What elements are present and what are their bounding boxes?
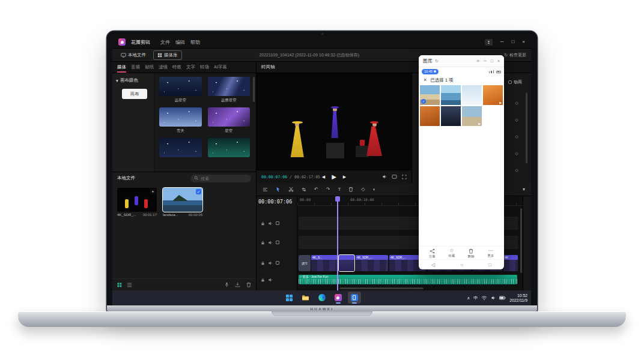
fullscreen-icon[interactable] bbox=[402, 175, 407, 179]
search-box[interactable] bbox=[190, 175, 251, 182]
tab-audio[interactable]: 音频 bbox=[131, 62, 140, 73]
timeline-horizontal-scrollbar[interactable] bbox=[339, 287, 424, 289]
delete-button[interactable]: 删除 bbox=[468, 248, 475, 259]
ime-indicator[interactable]: 中 bbox=[473, 295, 478, 301]
timeline-vertical-scrollbar[interactable] bbox=[520, 208, 522, 273]
video-clip[interactable]: 4K_SDR_... bbox=[356, 255, 388, 271]
wifi-icon[interactable] bbox=[481, 296, 487, 301]
video-clip[interactable]: 4K bbox=[503, 255, 518, 271]
collapse-panel-icon[interactable]: ▾ bbox=[523, 187, 525, 192]
search-input[interactable] bbox=[201, 176, 248, 181]
select-tool-icon[interactable] bbox=[276, 187, 281, 192]
media-item[interactable] bbox=[159, 138, 202, 157]
nav-recents-icon[interactable]: □ bbox=[488, 262, 491, 268]
local-files-button[interactable]: 本地文件 bbox=[117, 51, 150, 59]
canvas-color-group[interactable]: ▾ 画布颜色 bbox=[116, 77, 150, 83]
split-scissors-icon[interactable] bbox=[288, 187, 294, 192]
mute-icon[interactable] bbox=[268, 241, 273, 245]
rotate-icon[interactable]: ↻ bbox=[435, 59, 439, 64]
canvas-swatch[interactable]: 画布 bbox=[122, 89, 147, 99]
menu-help[interactable]: 帮助 bbox=[190, 39, 200, 46]
check-update-button[interactable]: ↻ 检查更新 bbox=[504, 52, 526, 58]
animation-section[interactable]: 动画 bbox=[508, 79, 522, 85]
keyframe-icon[interactable]: ◇ bbox=[515, 168, 518, 172]
crop-icon[interactable] bbox=[302, 187, 306, 192]
nav-back-icon[interactable]: ◁ bbox=[431, 262, 435, 268]
volume-tray-icon[interactable] bbox=[491, 296, 496, 300]
lock-icon[interactable] bbox=[261, 278, 265, 282]
video-clip-selected[interactable] bbox=[339, 255, 354, 271]
media-item[interactable]: 雪天 bbox=[159, 107, 202, 134]
share-button[interactable]: 分享 bbox=[429, 248, 436, 259]
media-item[interactable]: 远景星空 bbox=[208, 77, 251, 103]
delete-clip-icon[interactable] bbox=[348, 187, 353, 192]
clock[interactable]: 10:52 2022/11/9 bbox=[509, 293, 527, 303]
microphone-icon[interactable] bbox=[225, 282, 229, 287]
menu-edit[interactable]: 编辑 bbox=[175, 39, 185, 46]
minimize-button[interactable]: ─ bbox=[500, 40, 504, 44]
phone-maximize-button[interactable]: □ bbox=[491, 59, 493, 63]
tab-ai-caption[interactable]: AI字幕 bbox=[214, 62, 227, 73]
properties-scrollbar[interactable] bbox=[526, 92, 527, 163]
photo-tile[interactable] bbox=[441, 85, 461, 105]
lock-icon[interactable] bbox=[261, 261, 265, 265]
hide-track-icon[interactable] bbox=[276, 261, 279, 265]
photo-tile[interactable] bbox=[462, 85, 482, 105]
media-item[interactable] bbox=[208, 138, 251, 157]
next-frame-button[interactable]: ▶ bbox=[343, 175, 346, 179]
hide-track-icon[interactable] bbox=[276, 221, 279, 225]
photo-tile[interactable]: ▶ bbox=[483, 85, 503, 105]
undo-icon[interactable]: ↶ bbox=[314, 187, 318, 192]
phone-window-titlebar[interactable]: 图库 ↻ ≡ ─ □ × bbox=[419, 55, 504, 67]
close-button[interactable]: × bbox=[522, 40, 525, 44]
media-grid-scrollbar[interactable] bbox=[253, 77, 255, 102]
phone-menu-icon[interactable]: ≡ bbox=[477, 59, 479, 63]
file-explorer-button[interactable] bbox=[299, 292, 312, 304]
keyframe-icon[interactable]: ◇ bbox=[515, 101, 518, 105]
media-item[interactable]: 星空 bbox=[208, 107, 251, 134]
exit-selection-icon[interactable]: × bbox=[424, 77, 427, 83]
keyframe-icon[interactable]: ◇ bbox=[515, 118, 518, 122]
music-clip[interactable]: ♪ 音乐 - Just For Fun bbox=[299, 275, 517, 284]
more-button[interactable]: ⋯ 更多 bbox=[487, 248, 494, 259]
mute-icon[interactable] bbox=[268, 261, 273, 265]
tab-sticker[interactable]: 贴纸 bbox=[145, 62, 154, 73]
keyframe-icon[interactable]: ◇ bbox=[515, 134, 518, 139]
edge-browser-button[interactable] bbox=[315, 292, 329, 304]
adjustment-clip[interactable]: 调节 bbox=[299, 255, 311, 271]
nav-home-icon[interactable]: ○ bbox=[460, 262, 463, 268]
phone-minimize-button[interactable]: ─ bbox=[484, 59, 487, 63]
mute-icon[interactable] bbox=[268, 221, 273, 226]
import-icon[interactable] bbox=[235, 282, 240, 287]
track-manager-icon[interactable] bbox=[263, 187, 268, 192]
delete-icon[interactable] bbox=[246, 282, 251, 287]
keyframe-tool-icon[interactable]: ◇ bbox=[361, 187, 365, 192]
volume-icon[interactable] bbox=[382, 175, 387, 179]
playhead-handle[interactable] bbox=[335, 196, 340, 202]
grid-view-icon[interactable] bbox=[117, 283, 122, 287]
playhead[interactable] bbox=[337, 196, 338, 290]
menu-file[interactable]: 文件 bbox=[160, 39, 170, 46]
export-icon[interactable]: ↥ bbox=[485, 39, 493, 46]
keyframe-icon[interactable]: ◇ bbox=[515, 151, 518, 155]
battery-tray-icon[interactable] bbox=[499, 296, 506, 300]
play-button[interactable]: ▶ bbox=[332, 173, 336, 180]
local-file-item[interactable]: + 4K_SDR_... 00:01:17 bbox=[117, 188, 157, 275]
local-file-item[interactable]: ✓ landsca... 00:00:05 bbox=[163, 188, 202, 275]
aspect-ratio-icon[interactable] bbox=[392, 175, 397, 179]
photo-tile[interactable] bbox=[441, 106, 461, 126]
video-clip[interactable]: 4K_S... bbox=[311, 255, 338, 271]
tray-chevron-icon[interactable]: ∧ bbox=[467, 296, 470, 301]
start-button[interactable] bbox=[283, 292, 296, 304]
phone-assistant-taskbar-button[interactable] bbox=[348, 292, 361, 304]
lock-icon[interactable] bbox=[261, 221, 265, 226]
previous-frame-button[interactable]: ◀ bbox=[322, 175, 325, 179]
list-view-icon[interactable] bbox=[127, 283, 132, 287]
mute-icon[interactable] bbox=[268, 278, 273, 282]
text-tool-icon[interactable]: T bbox=[338, 187, 341, 192]
tab-text[interactable]: 文字 bbox=[186, 62, 195, 73]
tab-filter[interactable]: 滤镜 bbox=[159, 62, 168, 73]
tab-effect[interactable]: 特效 bbox=[172, 62, 181, 73]
phone-close-button[interactable]: × bbox=[497, 59, 500, 63]
redo-icon[interactable]: ↷ bbox=[326, 187, 330, 192]
